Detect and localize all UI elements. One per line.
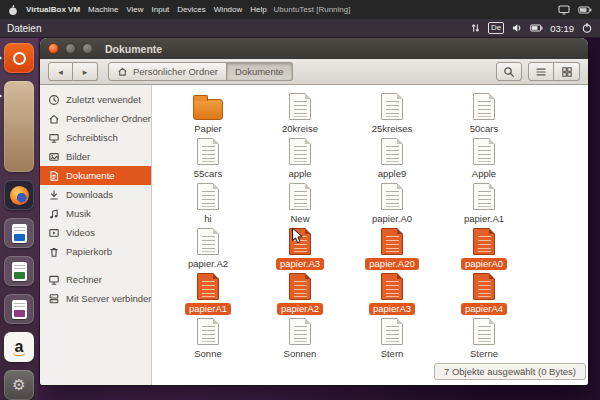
apple-icon[interactable] (8, 4, 18, 16)
file-label: apple (284, 168, 315, 180)
battery-icon-panel[interactable] (530, 24, 543, 32)
file-label: Sonne (190, 348, 225, 360)
sidebar-item-videos[interactable]: Videos (40, 223, 151, 242)
file-item-selected[interactable]: papierA2 (254, 271, 346, 316)
document-icon (197, 273, 219, 300)
document-icon (197, 318, 219, 345)
document-icon (381, 138, 403, 165)
sidebar-item-home[interactable]: Persönlicher Ordner (40, 109, 151, 128)
mac-menu-input[interactable]: Input (152, 5, 170, 14)
mac-menu-window[interactable]: Window (214, 5, 242, 14)
firefox-icon[interactable] (4, 180, 34, 210)
sidebar-item-pictures[interactable]: Bilder (40, 147, 151, 166)
document-icon (197, 228, 219, 255)
file-item[interactable]: 25kreises (346, 91, 438, 136)
toolbar: ◂ ▸ Persönlicher Ordner Dokumente (40, 59, 588, 85)
close-button[interactable] (48, 43, 59, 54)
icon-view-button[interactable] (554, 62, 580, 81)
file-item[interactable]: 50cars (438, 91, 530, 136)
mac-menu-help[interactable]: Help (250, 5, 266, 14)
amazon-icon[interactable]: a (4, 332, 34, 362)
file-label: hi (200, 213, 215, 225)
keyboard-layout-indicator[interactable]: De (488, 22, 504, 34)
file-label: papierA2 (277, 303, 323, 315)
mac-menu-machine[interactable]: Machine (88, 5, 118, 14)
file-item[interactable]: papier.A2 (162, 226, 254, 271)
display-icon[interactable] (558, 5, 570, 15)
sidebar-item-computer[interactable]: Rechner (40, 270, 151, 289)
file-label: papier.A3 (276, 258, 324, 270)
file-label: papierA3 (369, 303, 415, 315)
list-view-button[interactable] (528, 62, 554, 81)
music-icon (48, 208, 60, 220)
downloads-icon (48, 189, 60, 201)
back-button[interactable]: ◂ (48, 62, 73, 81)
libreoffice-writer-icon[interactable] (4, 218, 34, 248)
file-label: papier.A0 (368, 213, 416, 225)
sync-arrows-icon[interactable] (470, 22, 481, 34)
file-item-selected[interactable]: papierA1 (162, 271, 254, 316)
document-icon (473, 228, 495, 255)
sidebar-item-music[interactable]: Musik (40, 204, 151, 223)
document-icon (381, 273, 403, 300)
file-item[interactable]: 20kreise (254, 91, 346, 136)
battery-icon[interactable] (578, 6, 592, 14)
sidebar-item-desktop[interactable]: Schreibtisch (40, 128, 151, 147)
mac-menu-view[interactable]: View (126, 5, 143, 14)
file-label: New (286, 213, 313, 225)
power-menu-icon[interactable] (581, 22, 593, 34)
file-item[interactable]: Papier (162, 91, 254, 136)
breadcrumb-home[interactable]: Persönlicher Ordner (108, 62, 227, 81)
file-item[interactable]: 55cars (162, 136, 254, 181)
file-item[interactable]: Sonne (162, 316, 254, 361)
file-item[interactable]: Sterne (438, 316, 530, 361)
sidebar-item-downloads[interactable]: Downloads (40, 185, 151, 204)
app-menu-label[interactable]: Dateien (7, 23, 41, 34)
document-icon (473, 93, 495, 120)
file-item[interactable]: papier.A0 (346, 181, 438, 226)
file-item[interactable]: Stern (346, 316, 438, 361)
file-item[interactable]: apple9 (346, 136, 438, 181)
window-titlebar[interactable]: Dokumente (40, 38, 588, 59)
libreoffice-impress-icon[interactable] (4, 294, 34, 324)
sidebar-item-connect-server[interactable]: Mit Server verbinden (40, 289, 151, 308)
file-item[interactable]: apple (254, 136, 346, 181)
clock[interactable]: 03:19 (550, 23, 574, 34)
selection-status: 7 Objekte ausgewählt (0 Bytes) (434, 363, 586, 380)
pictures-icon (48, 151, 60, 163)
libreoffice-calc-icon[interactable] (4, 256, 34, 286)
system-settings-icon[interactable]: ⚙ (4, 370, 34, 400)
volume-icon[interactable] (511, 22, 523, 34)
file-label: papierA4 (461, 303, 507, 315)
file-item-selected[interactable]: papier.A20 (346, 226, 438, 271)
file-item-selected[interactable]: papierA3 (346, 271, 438, 316)
forward-button[interactable]: ▸ (73, 62, 98, 81)
document-icon (473, 273, 495, 300)
breadcrumb-current[interactable]: Dokumente (227, 62, 293, 81)
sidebar-item-recent[interactable]: Zuletzt verwendet (40, 90, 151, 109)
file-item[interactable]: hi (162, 181, 254, 226)
sidebar-item-documents[interactable]: Dokumente (40, 166, 151, 185)
sidebar-item-trash[interactable]: Papierkorb (40, 242, 151, 261)
document-icon (197, 138, 219, 165)
mac-menu-virtualbox[interactable]: VirtualBox VM (26, 5, 80, 14)
file-item-selected[interactable]: papierA0 (438, 226, 530, 271)
file-item-selected[interactable]: papierA4 (438, 271, 530, 316)
document-icon (289, 138, 311, 165)
vm-window-title: UbuntuTest [Running] (274, 5, 351, 14)
ubuntu-logo-icon[interactable] (4, 43, 34, 73)
mac-menu-devices[interactable]: Devices (177, 5, 205, 14)
files-app-icon[interactable] (4, 81, 34, 172)
search-button[interactable] (496, 62, 522, 81)
document-icon (381, 93, 403, 120)
file-label: papier.A2 (184, 258, 232, 270)
file-label: papierA0 (461, 258, 507, 270)
file-item[interactable]: Apple (438, 136, 530, 181)
file-item[interactable]: New (254, 181, 346, 226)
file-item[interactable]: papier.A1 (438, 181, 530, 226)
minimize-button[interactable] (65, 43, 76, 54)
file-item[interactable]: Sonnen (254, 316, 346, 361)
running-indicator (0, 55, 2, 61)
maximize-button[interactable] (82, 43, 93, 54)
document-icon (473, 318, 495, 345)
